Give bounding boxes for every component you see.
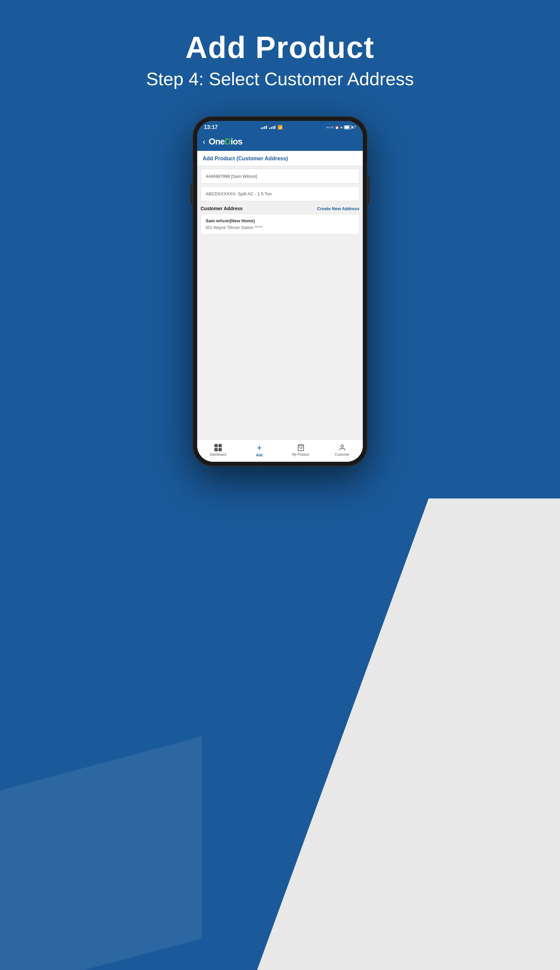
logo-text-ios: ios [230,136,242,147]
address-section-label: Customer Address [201,206,243,211]
bar3 [264,126,265,129]
phone-wrapper: 13:17 📶 [192,116,368,467]
bar8 [274,125,275,129]
logo-d: D [225,136,231,147]
bg-shape-right [257,498,560,970]
app-logo: OneDios [208,136,242,147]
alarm-icon: ⏰ [335,125,339,129]
bg-shape-left [0,736,202,970]
phone-screen: 13:17 📶 [197,121,363,462]
signal-bars-2 [269,125,275,129]
content-space [197,234,363,440]
nav-item-dashboard[interactable]: Dashboard [208,444,228,457]
add-icon: + [257,443,262,452]
bar5 [269,128,270,129]
address-section: Customer Address Create New Address Sam … [201,206,359,234]
nav-label-my-product: My Product [292,453,309,457]
status-time: 13:17 [204,124,218,130]
status-right-icons: VoLTE ⏰ ★ 87 [326,125,356,129]
nav-label-customer: Customer [335,453,349,457]
product-field: ABCDXXXXXX- Split AC - 1.5 Ton [201,186,359,201]
battery-icon [344,125,352,129]
section-title: Add Product (Customer Address) [203,156,288,161]
status-icons: 📶 [261,125,283,130]
page-title: Add Product [146,30,413,65]
wifi-icon: 📶 [278,125,283,130]
side-button-right [368,177,370,204]
product-field-value: ABCDXXXXXX- Split AC - 1.5 Ton [206,191,272,196]
bar1 [261,128,262,129]
person-icon [338,444,346,451]
nav-item-add[interactable]: + Add [249,443,270,457]
bar6 [271,127,272,129]
bar7 [273,126,273,129]
nav-item-my-product[interactable]: My Product [291,444,311,457]
side-button-left [190,184,192,204]
battery-fill [345,126,349,129]
signal-bars [261,125,267,129]
address-section-header: Customer Address Create New Address [201,206,359,211]
status-bar: 13:17 📶 [197,121,363,132]
svg-point-1 [341,445,343,447]
page-title-area: Add Product Step 4: Select Customer Addr… [146,30,413,89]
bluetooth-icon: ★ [340,125,343,129]
nav-item-customer[interactable]: Customer [332,444,352,457]
app-content: Add Product (Customer Address) 444698799… [197,151,363,462]
customer-field: 4446987998 [Sam Wilson] [201,169,359,184]
page-subtitle: Step 4: Select Customer Address [146,69,413,89]
customer-field-value: 4446987998 [Sam Wilson] [206,174,257,179]
back-button[interactable]: ‹ [203,138,205,146]
dashboard-icon [214,444,222,451]
bottom-nav: Dashboard + Add My Produc [197,440,363,462]
battery-percent: 87 [352,125,356,129]
volte-icon: VoLTE [326,126,333,129]
bar4 [266,125,267,129]
nav-label-dashboard: Dashboard [210,453,226,457]
nav-label-add: Add [256,453,262,457]
cart-icon [297,444,305,451]
address-card[interactable]: Sam wilson(New Home) 652 Wayne Tillman S… [201,214,359,234]
address-card-detail: 652 Wayne Tillman Station ***** [206,225,354,230]
phone-device: 13:17 📶 [192,116,368,467]
create-new-address-button[interactable]: Create New Address [317,206,359,211]
app-header: ‹ OneDios [197,132,363,151]
bar2 [262,127,263,129]
address-card-name: Sam wilson(New Home) [206,218,354,223]
logo-text-one: One [208,136,225,147]
section-header: Add Product (Customer Address) [197,151,363,166]
